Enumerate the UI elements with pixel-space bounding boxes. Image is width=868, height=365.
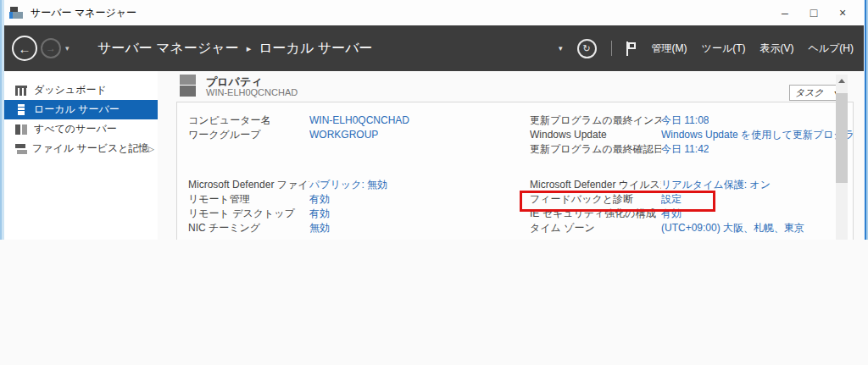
property-value-link[interactable]: リアルタイム保護: オン [661, 178, 771, 192]
window-border-left [0, 0, 4, 240]
property-value-link[interactable]: Windows Update を使用して更新プログラムのダウ [661, 128, 854, 142]
property-value-link[interactable]: 有効 [661, 207, 682, 221]
navigation-bar: ← → ▾ サーバー マネージャー ▸ ローカル サーバー ▾ ↻ 管理(M)ツ… [4, 25, 864, 71]
property-row: NIC チーミング無効 [188, 221, 523, 235]
refresh-button[interactable]: ↻ [577, 39, 597, 58]
window-controls: –□× [771, 0, 857, 25]
content-area: ダッシュボード ローカル サーバー すべてのサーバー ファイル サービスと記憶域… [4, 71, 864, 240]
property-label: リモート管理 [188, 192, 309, 207]
title-bar: サーバー マネージャー –□× [4, 0, 864, 25]
maximize-button[interactable]: □ [799, 0, 828, 25]
nav-history-controls: ← → ▾ [12, 25, 70, 71]
local-server-pane: プロパティ WIN-ELH0QCNCHAD タスク ▼ コンピューター名WIN-… [158, 71, 864, 240]
property-row: コンピューター名WIN-ELH0QCNCHAD [188, 113, 523, 128]
breadcrumb-root[interactable]: サーバー マネージャー [97, 40, 239, 58]
history-dropdown-icon[interactable]: ▾ [65, 44, 70, 53]
sidebar-item-label: ローカル サーバー [34, 102, 154, 117]
breadcrumb-current[interactable]: ローカル サーバー [259, 40, 372, 58]
sidebar-item[interactable]: ファイル サービスと記憶域サ... ▷ [4, 139, 158, 158]
sidebar-list: ダッシュボード ローカル サーバー すべてのサーバー ファイル サービスと記憶域… [4, 80, 158, 158]
window-border-right [864, 0, 868, 240]
window-title: サーバー マネージャー [31, 6, 136, 20]
properties-panel: コンピューター名WIN-ELH0QCNCHADワークグループWORKGROUPM… [176, 102, 854, 240]
property-label: NIC チーミング [188, 221, 309, 235]
property-value-link[interactable]: (UTC+09:00) 大阪、札幌、東京 [661, 221, 804, 235]
property-value-link[interactable]: WORKGROUP [309, 128, 378, 142]
properties-server-name: WIN-ELH0QCNCHAD [206, 87, 298, 97]
toolbar-divider [611, 41, 612, 56]
property-value-link[interactable]: 今日 11:42 [661, 142, 709, 157]
minimize-button[interactable]: – [771, 0, 799, 25]
property-value-link[interactable]: 有効 [309, 207, 330, 221]
close-button[interactable]: × [828, 0, 857, 25]
back-button[interactable]: ← [12, 36, 37, 61]
property-group: Microsoft Defender ウイルス対策リアルタイム保護: オンフィー… [530, 178, 854, 235]
property-label: Microsoft Defender ファイアウォール [188, 178, 309, 192]
sidebar: ダッシュボード ローカル サーバー すべてのサーバー ファイル サービスと記憶域… [4, 71, 159, 240]
property-row: 更新プログラムの最終確認日時今日 11:42 [530, 142, 854, 157]
chevron-down-icon[interactable]: ▾ [559, 44, 563, 53]
server-properties-icon [180, 75, 196, 97]
file-storage-icon [15, 144, 25, 148]
tasks-label: タスク [795, 86, 824, 99]
sidebar-item-label: ファイル サービスと記憶域サ... [32, 141, 148, 156]
property-label: 更新プログラムの最終インストール日時 [530, 113, 661, 128]
property-value-link[interactable]: 有効 [309, 192, 330, 207]
menu-bar: 管理(M)ツール(T)表示(V)ヘルプ(H) [652, 25, 854, 71]
menubar-item[interactable]: 表示(V) [760, 41, 793, 56]
property-row: Microsoft Defender ファイアウォールパブリック: 無効 [188, 178, 523, 192]
sidebar-item-label: すべてのサーバー [34, 122, 154, 136]
property-label: Windows Update [530, 128, 661, 142]
server-manager-icon [9, 7, 24, 19]
breadcrumb: サーバー マネージャー ▸ ローカル サーバー [97, 25, 373, 71]
property-label: フィードバックと診断 [530, 192, 661, 207]
breadcrumb-separator-icon: ▸ [247, 43, 252, 54]
property-group: 更新プログラムの最終インストール日時今日 11:08Windows Update… [530, 113, 854, 157]
property-row: 更新プログラムの最終インストール日時今日 11:08 [530, 113, 854, 128]
property-value-link[interactable]: 無効 [309, 221, 330, 235]
server-manager-window: サーバー マネージャー –□× ← → ▾ サーバー マネージャー ▸ ローカル… [0, 0, 868, 240]
all-servers-icon [15, 124, 20, 135]
property-row: リモート デスクトップ有効 [188, 207, 523, 221]
forward-button[interactable]: → [41, 38, 61, 58]
property-label: IE セキュリティ強化の構成 [530, 207, 661, 221]
menubar-item[interactable]: ヘルプ(H) [808, 41, 854, 56]
property-label: Microsoft Defender ウイルス対策 [530, 178, 661, 192]
nav-toolbar: ▾ ↻ 管理(M)ツール(T)表示(V)ヘルプ(H) [559, 25, 854, 71]
sidebar-item[interactable]: ダッシュボード [4, 80, 158, 100]
property-value-link[interactable]: 設定 [661, 192, 682, 207]
property-value-link[interactable]: パブリック: 無効 [309, 178, 387, 192]
property-row: ワークグループWORKGROUP [188, 128, 523, 142]
expand-arrow-icon: ▷ [148, 145, 154, 153]
property-label: タイム ゾーン [530, 221, 661, 235]
properties-column-left: コンピューター名WIN-ELH0QCNCHADワークグループWORKGROUPM… [188, 102, 523, 240]
scroll-up-icon[interactable] [836, 75, 848, 86]
sidebar-item-label: ダッシュボード [34, 83, 154, 97]
sidebar-item[interactable]: すべてのサーバー [4, 119, 158, 139]
property-label: 更新プログラムの最終確認日時 [530, 142, 661, 157]
vertical-scrollbar[interactable] [836, 75, 848, 240]
property-row: Microsoft Defender ウイルス対策リアルタイム保護: オン [530, 178, 854, 192]
properties-column-right: 更新プログラムの最終インストール日時今日 11:08Windows Update… [530, 102, 854, 240]
property-label: ワークグループ [188, 128, 309, 142]
property-row: Windows UpdateWindows Update を使用して更新プログラ… [530, 128, 854, 142]
property-label: コンピューター名 [188, 113, 309, 128]
property-row: タイム ゾーン(UTC+09:00) 大阪、札幌、東京 [530, 221, 854, 235]
notifications-flag-icon[interactable] [626, 41, 637, 56]
scrollbar-thumb[interactable] [836, 93, 848, 183]
property-label: リモート デスクトップ [188, 207, 309, 221]
sidebar-item[interactable]: ローカル サーバー [4, 100, 158, 119]
property-group: コンピューター名WIN-ELH0QCNCHADワークグループWORKGROUP [188, 113, 523, 142]
property-value-link[interactable]: WIN-ELH0QCNCHAD [309, 113, 409, 128]
property-group: Microsoft Defender ファイアウォールパブリック: 無効リモート… [188, 178, 523, 235]
local-server-icon [18, 104, 25, 115]
property-row: IE セキュリティ強化の構成有効 [530, 207, 854, 221]
property-row: リモート管理有効 [188, 192, 523, 207]
dashboard-icon [15, 86, 27, 96]
property-value-link[interactable]: 今日 11:08 [661, 113, 709, 128]
menubar-item[interactable]: ツール(T) [702, 41, 746, 56]
property-row: フィードバックと診断設定 [530, 192, 854, 207]
menubar-item[interactable]: 管理(M) [652, 41, 687, 56]
